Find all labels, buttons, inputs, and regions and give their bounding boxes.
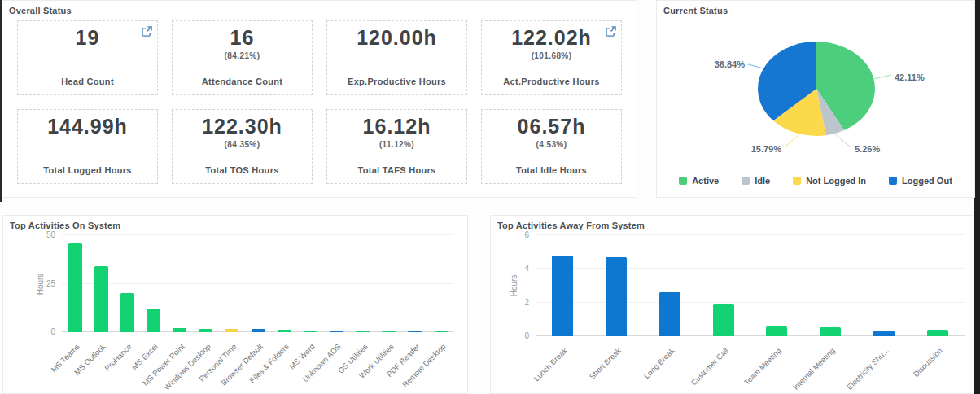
bar-ms-outlook[interactable]	[94, 266, 108, 332]
y-axis-title: Hours	[510, 261, 519, 310]
stat-label: Head Count	[61, 77, 114, 86]
bar-windows-desktop[interactable]	[199, 329, 212, 332]
bar-prohance[interactable]	[120, 293, 134, 332]
legend-label: Logged Out	[902, 176, 952, 186]
bars-row	[536, 235, 965, 336]
y-tick-label: 0	[31, 327, 55, 336]
open-in-new-icon[interactable]	[606, 25, 616, 36]
stat-percent: (84.21%)	[225, 51, 260, 60]
bar-plot: 0246	[536, 235, 965, 336]
pie-chart: 42.11%5.26%15.79%36.84%	[657, 15, 974, 155]
pie-value-label: 15.79%	[751, 144, 782, 154]
activities-on-system-panel: Top Activities On System 02550MS TeamsMS…	[2, 215, 468, 394]
stat-label: Total TOS Hours	[205, 165, 278, 175]
overall-status-panel: Overall Status 19Head Count16(84.21%)Att…	[2, 0, 637, 198]
x-axis-label: Internal Meeting	[791, 346, 837, 392]
y-tick-label: 6	[505, 230, 529, 239]
y-axis-title: Hours	[36, 260, 46, 309]
bar-team-meeting[interactable]	[766, 326, 787, 336]
bar-ms-word[interactable]	[304, 331, 317, 332]
stat-label: Total Idle Hours	[516, 165, 587, 175]
legend-item-logged-out[interactable]: Logged Out	[889, 176, 952, 186]
bar-column	[219, 235, 245, 332]
activities-on-system-title: Top Activities On System	[3, 216, 467, 230]
pie-leader-line	[785, 135, 798, 147]
stat-card: 06.57h(4.53%)Total Idle Hours	[481, 109, 622, 184]
legend-label: Active	[692, 176, 719, 186]
x-axis-labels: MS TeamsMS OutlookProHanceMS ExcelMS Pow…	[62, 335, 454, 394]
bar-long-break[interactable]	[659, 292, 680, 336]
bar-column	[857, 235, 911, 336]
bar-column	[167, 235, 193, 332]
bar-os-utilities[interactable]	[356, 331, 370, 332]
stat-label: Exp.Productive Hours	[348, 77, 446, 86]
x-axis-label: Long Break	[641, 346, 676, 380]
stat-cards-grid: 19Head Count16(84.21%)Attendance Count12…	[2, 15, 637, 184]
bar-unknown-aos[interactable]	[330, 331, 343, 332]
stat-value: 06.57h	[518, 116, 586, 137]
bar-discussion[interactable]	[927, 330, 948, 336]
bar-plot: 02550	[62, 235, 454, 332]
stat-card: 16(84.21%)Attendance Count	[172, 20, 313, 95]
stat-card: 120.00hExp.Productive Hours	[326, 20, 467, 95]
bar-column	[140, 235, 166, 332]
bar-column	[62, 235, 88, 332]
x-axis-label: Team Meeting	[742, 346, 783, 387]
stat-label: Total TAFS Hours	[357, 165, 435, 175]
legend-item-idle[interactable]: Idle	[742, 176, 770, 186]
bar-column	[245, 235, 271, 332]
bar-remote-desktop[interactable]	[435, 331, 448, 332]
bar-work-utilities[interactable]	[382, 331, 396, 332]
bar-ms-power-point[interactable]	[173, 328, 186, 332]
stat-value: 144.99h	[47, 116, 128, 137]
bar-short-break[interactable]	[606, 257, 627, 336]
current-status-title: Current Status	[657, 1, 974, 15]
stat-value: 16	[230, 27, 255, 48]
bar-ms-excel[interactable]	[147, 309, 160, 332]
stat-card: 122.30h(84.35%)Total TOS Hours	[172, 109, 313, 184]
stat-card: 144.99hTotal Logged Hours	[17, 109, 158, 184]
bars-row	[62, 235, 454, 332]
bar-column	[589, 235, 643, 336]
stat-label: Total Logged Hours	[43, 165, 131, 175]
overall-status-title: Overall Status	[2, 1, 637, 15]
stat-value: 122.02h	[511, 27, 592, 48]
legend-item-active[interactable]: Active	[679, 176, 719, 186]
legend-swatch	[679, 177, 687, 185]
pie-leader-line	[836, 135, 850, 147]
bar-lunch-break[interactable]	[552, 256, 573, 336]
x-axis-label: ProHance	[103, 342, 133, 373]
bar-column	[803, 235, 857, 336]
x-axis-label: Discussion	[912, 346, 944, 379]
bar-ms-teams[interactable]	[68, 243, 82, 332]
bar-electricity-shu-[interactable]	[873, 331, 895, 336]
bar-column	[88, 235, 114, 332]
bar-column	[376, 235, 402, 332]
pie-leader-line	[873, 75, 891, 79]
bar-personal-time[interactable]	[225, 329, 238, 332]
bar-column	[323, 235, 349, 332]
bar-column	[350, 235, 376, 332]
stat-value: 19	[76, 27, 100, 48]
bar-internal-meeting[interactable]	[820, 327, 841, 336]
bar-column	[750, 235, 804, 336]
x-axis-label: Customer Call	[689, 346, 729, 387]
bar-pdf-reader[interactable]	[408, 331, 422, 332]
x-axis-label: Windows Desktop	[162, 342, 212, 392]
pie-value-label: 36.84%	[715, 59, 746, 69]
stat-percent: (4.53%)	[536, 140, 567, 149]
pie-leader-line	[748, 64, 763, 68]
bar-browser-default[interactable]	[252, 329, 265, 332]
legend-item-not-logged-in[interactable]: Not Logged In	[793, 176, 866, 186]
x-axis-label: Short Break	[587, 346, 622, 381]
bar-column	[697, 235, 750, 336]
legend-label: Not Logged In	[806, 176, 866, 186]
bar-customer-call[interactable]	[713, 304, 734, 336]
legend-swatch	[793, 177, 801, 185]
stat-percent: (11.12%)	[379, 140, 414, 149]
open-in-new-icon[interactable]	[142, 25, 152, 36]
current-status-panel: Current Status 42.11%5.26%15.79%36.84% A…	[656, 0, 975, 198]
stat-label: Attendance Count	[202, 77, 283, 86]
x-axis-label: Lunch Break	[532, 346, 568, 383]
bar-files-folders[interactable]	[278, 330, 291, 332]
